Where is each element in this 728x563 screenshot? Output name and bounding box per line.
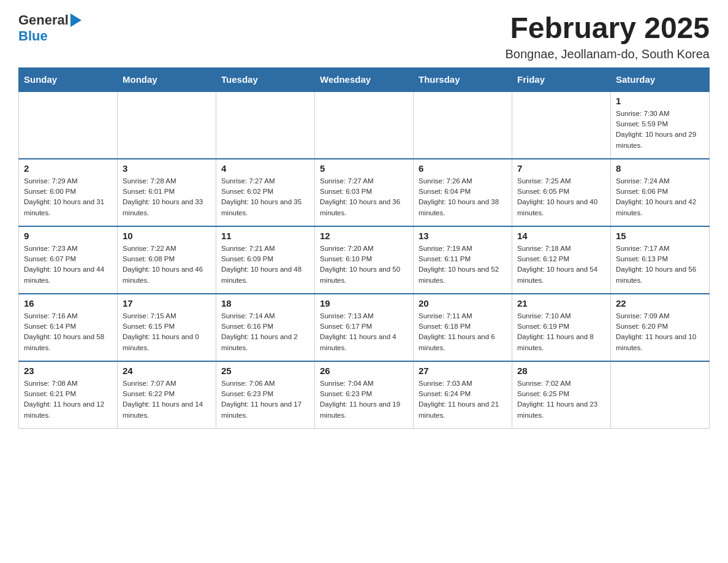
calendar-cell (414, 91, 512, 159)
day-number: 5 (320, 163, 408, 174)
day-info: Sunrise: 7:27 AM Sunset: 6:02 PM Dayligh… (221, 176, 309, 218)
col-header-thursday: Thursday (414, 67, 512, 91)
day-number: 22 (616, 298, 704, 308)
calendar-cell: 11Sunrise: 7:21 AM Sunset: 6:09 PM Dayli… (216, 226, 315, 294)
day-number: 23 (24, 366, 112, 376)
day-info: Sunrise: 7:23 AM Sunset: 6:07 PM Dayligh… (24, 243, 112, 286)
calendar-cell: 15Sunrise: 7:17 AM Sunset: 6:13 PM Dayli… (611, 226, 710, 294)
calendar-cell: 3Sunrise: 7:28 AM Sunset: 6:01 PM Daylig… (118, 159, 216, 226)
day-number: 26 (320, 366, 408, 376)
calendar-cell: 14Sunrise: 7:18 AM Sunset: 6:12 PM Dayli… (512, 226, 611, 294)
day-number: 6 (419, 163, 507, 174)
day-number: 8 (616, 163, 704, 174)
calendar-header-row: SundayMondayTuesdayWednesdayThursdayFrid… (19, 67, 710, 91)
calendar-cell: 5Sunrise: 7:27 AM Sunset: 6:03 PM Daylig… (315, 159, 414, 226)
calendar-cell: 13Sunrise: 7:19 AM Sunset: 6:11 PM Dayli… (414, 226, 512, 294)
calendar-cell: 23Sunrise: 7:08 AM Sunset: 6:21 PM Dayli… (19, 361, 118, 429)
calendar-week-row: 9Sunrise: 7:23 AM Sunset: 6:07 PM Daylig… (19, 226, 710, 294)
calendar-week-row: 16Sunrise: 7:16 AM Sunset: 6:14 PM Dayli… (19, 294, 710, 361)
day-info: Sunrise: 7:16 AM Sunset: 6:14 PM Dayligh… (24, 311, 112, 353)
day-number: 28 (517, 366, 605, 376)
calendar-week-row: 23Sunrise: 7:08 AM Sunset: 6:21 PM Dayli… (19, 361, 710, 429)
logo-general-text: General (18, 12, 69, 28)
calendar-cell (512, 91, 611, 159)
calendar-cell: 24Sunrise: 7:07 AM Sunset: 6:22 PM Dayli… (118, 361, 216, 429)
calendar-cell: 27Sunrise: 7:03 AM Sunset: 6:24 PM Dayli… (414, 361, 512, 429)
day-number: 14 (517, 231, 605, 241)
day-number: 18 (221, 298, 309, 308)
day-number: 27 (419, 366, 507, 376)
calendar-cell: 16Sunrise: 7:16 AM Sunset: 6:14 PM Dayli… (19, 294, 118, 361)
day-info: Sunrise: 7:21 AM Sunset: 6:09 PM Dayligh… (221, 243, 309, 286)
day-info: Sunrise: 7:27 AM Sunset: 6:03 PM Dayligh… (320, 176, 408, 218)
title-block: February 2025 Bongnae, Jeollanam-do, Sou… (505, 12, 710, 61)
day-info: Sunrise: 7:03 AM Sunset: 6:24 PM Dayligh… (419, 378, 507, 421)
day-info: Sunrise: 7:19 AM Sunset: 6:11 PM Dayligh… (419, 243, 507, 286)
day-info: Sunrise: 7:20 AM Sunset: 6:10 PM Dayligh… (320, 243, 408, 286)
calendar-cell: 9Sunrise: 7:23 AM Sunset: 6:07 PM Daylig… (19, 226, 118, 294)
day-number: 12 (320, 231, 408, 241)
day-info: Sunrise: 7:09 AM Sunset: 6:20 PM Dayligh… (616, 311, 704, 353)
day-number: 25 (221, 366, 309, 376)
day-info: Sunrise: 7:15 AM Sunset: 6:15 PM Dayligh… (123, 311, 211, 353)
day-info: Sunrise: 7:07 AM Sunset: 6:22 PM Dayligh… (123, 378, 211, 421)
calendar-week-row: 1Sunrise: 7:30 AM Sunset: 5:59 PM Daylig… (19, 91, 710, 159)
day-number: 24 (123, 366, 211, 376)
calendar-cell: 25Sunrise: 7:06 AM Sunset: 6:23 PM Dayli… (216, 361, 315, 429)
day-info: Sunrise: 7:22 AM Sunset: 6:08 PM Dayligh… (123, 243, 211, 286)
day-info: Sunrise: 7:14 AM Sunset: 6:16 PM Dayligh… (221, 311, 309, 353)
calendar-cell: 6Sunrise: 7:26 AM Sunset: 6:04 PM Daylig… (414, 159, 512, 226)
calendar-cell: 8Sunrise: 7:24 AM Sunset: 6:06 PM Daylig… (611, 159, 710, 226)
col-header-monday: Monday (118, 67, 216, 91)
logo-arrow-icon (70, 13, 82, 27)
day-number: 10 (123, 231, 211, 241)
day-info: Sunrise: 7:11 AM Sunset: 6:18 PM Dayligh… (419, 311, 507, 353)
calendar-cell: 12Sunrise: 7:20 AM Sunset: 6:10 PM Dayli… (315, 226, 414, 294)
day-number: 1 (616, 96, 704, 106)
day-number: 16 (24, 298, 112, 308)
location-subtitle: Bongnae, Jeollanam-do, South Korea (505, 47, 710, 61)
day-number: 7 (517, 163, 605, 174)
day-number: 9 (24, 231, 112, 241)
day-info: Sunrise: 7:28 AM Sunset: 6:01 PM Dayligh… (123, 176, 211, 218)
calendar-cell (611, 361, 710, 429)
page-header: General Blue February 2025 Bongnae, Jeol… (18, 12, 710, 61)
day-info: Sunrise: 7:29 AM Sunset: 6:00 PM Dayligh… (24, 176, 112, 218)
day-info: Sunrise: 7:26 AM Sunset: 6:04 PM Dayligh… (419, 176, 507, 218)
col-header-wednesday: Wednesday (315, 67, 414, 91)
day-number: 20 (419, 298, 507, 308)
day-number: 2 (24, 163, 112, 174)
calendar-cell: 17Sunrise: 7:15 AM Sunset: 6:15 PM Dayli… (118, 294, 216, 361)
day-info: Sunrise: 7:02 AM Sunset: 6:25 PM Dayligh… (517, 378, 605, 421)
day-info: Sunrise: 7:25 AM Sunset: 6:05 PM Dayligh… (517, 176, 605, 218)
day-info: Sunrise: 7:17 AM Sunset: 6:13 PM Dayligh… (616, 243, 704, 286)
calendar-cell: 7Sunrise: 7:25 AM Sunset: 6:05 PM Daylig… (512, 159, 611, 226)
day-number: 3 (123, 163, 211, 174)
day-number: 21 (517, 298, 605, 308)
calendar-week-row: 2Sunrise: 7:29 AM Sunset: 6:00 PM Daylig… (19, 159, 710, 226)
day-info: Sunrise: 7:18 AM Sunset: 6:12 PM Dayligh… (517, 243, 605, 286)
logo: General Blue (18, 12, 82, 44)
calendar-cell (118, 91, 216, 159)
day-info: Sunrise: 7:08 AM Sunset: 6:21 PM Dayligh… (24, 378, 112, 421)
day-info: Sunrise: 7:04 AM Sunset: 6:23 PM Dayligh… (320, 378, 408, 421)
calendar-cell: 28Sunrise: 7:02 AM Sunset: 6:25 PM Dayli… (512, 361, 611, 429)
logo-blue-text: Blue (18, 28, 48, 44)
calendar-cell: 1Sunrise: 7:30 AM Sunset: 5:59 PM Daylig… (611, 91, 710, 159)
calendar-cell: 21Sunrise: 7:10 AM Sunset: 6:19 PM Dayli… (512, 294, 611, 361)
calendar-cell: 2Sunrise: 7:29 AM Sunset: 6:00 PM Daylig… (19, 159, 118, 226)
day-number: 19 (320, 298, 408, 308)
calendar-cell: 4Sunrise: 7:27 AM Sunset: 6:02 PM Daylig… (216, 159, 315, 226)
day-info: Sunrise: 7:13 AM Sunset: 6:17 PM Dayligh… (320, 311, 408, 353)
calendar-cell (19, 91, 118, 159)
col-header-sunday: Sunday (19, 67, 118, 91)
col-header-saturday: Saturday (611, 67, 710, 91)
day-number: 4 (221, 163, 309, 174)
day-info: Sunrise: 7:06 AM Sunset: 6:23 PM Dayligh… (221, 378, 309, 421)
calendar-cell: 10Sunrise: 7:22 AM Sunset: 6:08 PM Dayli… (118, 226, 216, 294)
calendar-cell: 26Sunrise: 7:04 AM Sunset: 6:23 PM Dayli… (315, 361, 414, 429)
calendar-cell: 20Sunrise: 7:11 AM Sunset: 6:18 PM Dayli… (414, 294, 512, 361)
col-header-friday: Friday (512, 67, 611, 91)
calendar-cell: 18Sunrise: 7:14 AM Sunset: 6:16 PM Dayli… (216, 294, 315, 361)
calendar-cell (315, 91, 414, 159)
